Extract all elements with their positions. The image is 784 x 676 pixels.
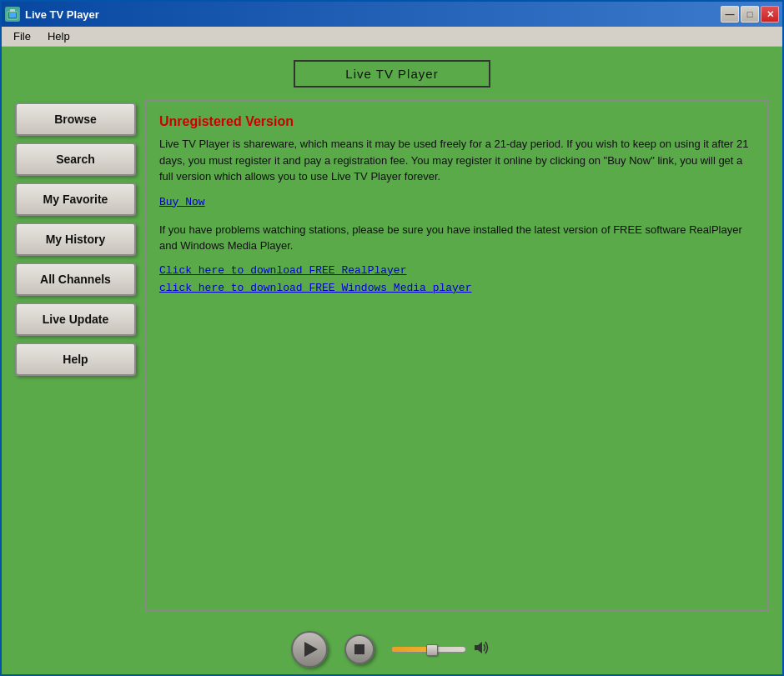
close-button[interactable]: ✕ — [761, 6, 779, 23]
problems-text: If you have problems watching stations, … — [159, 222, 754, 254]
menubar: File Help — [2, 27, 782, 47]
main-area: Live TV Player Browse Search My Favorite… — [2, 47, 782, 624]
volume-slider-thumb[interactable] — [426, 644, 438, 656]
content-panel: Unregistered Version Live TV Player is s… — [144, 99, 769, 611]
titlebar: Live TV Player — □ ✕ — [2, 2, 782, 27]
titlebar-left: Live TV Player — [5, 7, 99, 22]
sidebar: Browse Search My Favorite My History All… — [15, 99, 136, 611]
maximize-button[interactable]: □ — [741, 6, 759, 23]
download-links: Click here to download FREE RealPlayer c… — [159, 264, 754, 294]
unregistered-title: Unregistered Version — [159, 114, 754, 129]
svg-marker-3 — [475, 642, 482, 653]
window-title: Live TV Player — [25, 8, 99, 21]
bottom-bar — [2, 624, 782, 674]
volume-icon — [473, 639, 493, 660]
my-favorite-button[interactable]: My Favorite — [15, 183, 136, 216]
buy-now-link[interactable]: Buy Now — [159, 196, 205, 208]
minimize-button[interactable]: — — [721, 6, 739, 23]
volume-slider-track[interactable] — [391, 646, 466, 653]
stop-button[interactable] — [344, 634, 374, 664]
app-title-box: Live TV Player — [15, 60, 769, 88]
my-history-button[interactable]: My History — [15, 223, 136, 256]
stop-icon — [354, 644, 364, 654]
live-update-button[interactable]: Live Update — [15, 303, 136, 336]
all-channels-button[interactable]: All Channels — [15, 263, 136, 296]
wmplayer-link[interactable]: click here to download FREE Windows Medi… — [159, 282, 754, 294]
menu-help[interactable]: Help — [41, 28, 77, 44]
play-button[interactable] — [291, 631, 328, 668]
svg-rect-2 — [9, 13, 16, 18]
help-sidebar-button[interactable]: Help — [15, 343, 136, 376]
description-text: Live TV Player is shareware, which means… — [159, 136, 754, 185]
app-window: Live TV Player — □ ✕ File Help Live TV P… — [0, 0, 784, 676]
search-button[interactable]: Search — [15, 143, 136, 176]
menu-file[interactable]: File — [7, 28, 38, 44]
realplayer-link[interactable]: Click here to download FREE RealPlayer — [159, 264, 754, 277]
browse-button[interactable]: Browse — [15, 103, 136, 136]
app-icon — [5, 7, 20, 22]
play-icon — [304, 642, 318, 657]
window-controls: — □ ✕ — [721, 6, 779, 23]
volume-control — [391, 639, 493, 660]
content-row: Browse Search My Favorite My History All… — [15, 99, 769, 611]
app-title-label: Live TV Player — [294, 60, 490, 88]
svg-rect-1 — [10, 9, 15, 12]
